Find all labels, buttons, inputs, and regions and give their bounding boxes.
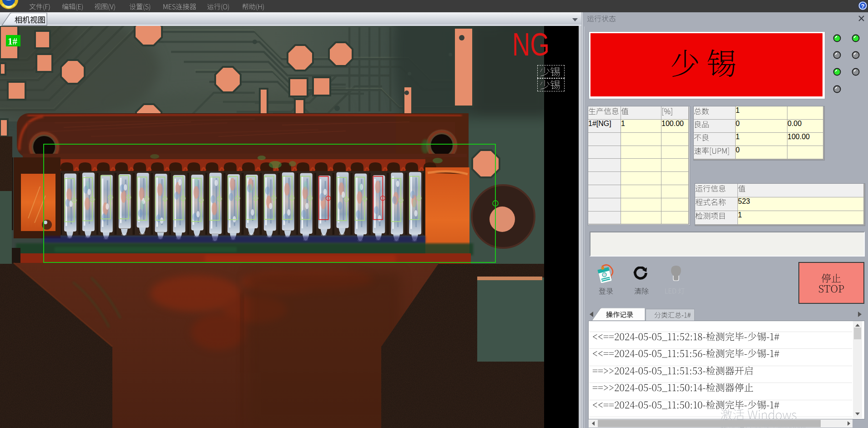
svg-text:?: ? (861, 3, 865, 10)
